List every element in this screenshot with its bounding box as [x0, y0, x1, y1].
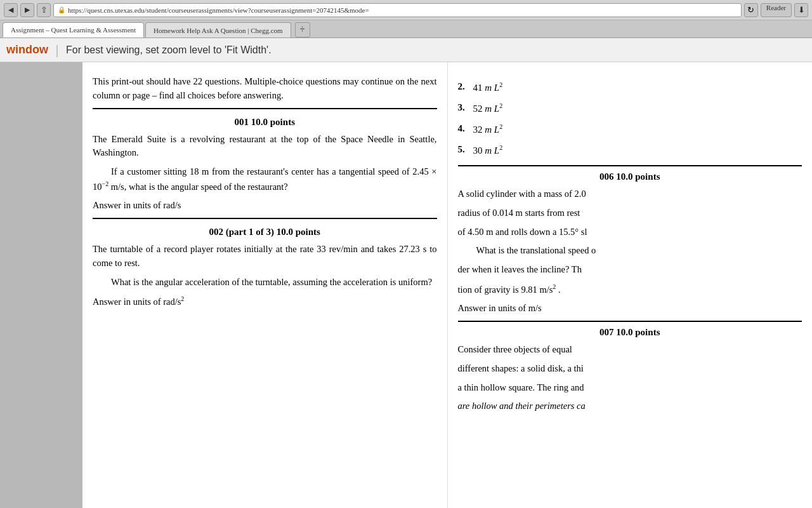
- divider-001: [93, 108, 437, 109]
- q007-line4: are hollow and their perimeters ca: [458, 399, 802, 413]
- nav-bar: ◀ ▶ ⇧ 🔒 https://quest.cns.utexas.edu/stu…: [0, 0, 812, 20]
- q006-body: A solid cylinder with a mass of 2.0 radi…: [458, 187, 802, 316]
- tab-chegg[interactable]: Homework Help Ask A Question | Chegg.com: [145, 22, 291, 37]
- q001-answer: Answer in units of rad/s: [93, 199, 437, 213]
- right-item-2: 2. 41 m L2: [458, 81, 802, 93]
- q006-header: 006 10.0 points: [458, 171, 802, 182]
- browser-chrome: ◀ ▶ ⇧ 🔒 https://quest.cns.utexas.edu/stu…: [0, 0, 812, 38]
- q002-text1: The turntable of a record player rotates…: [93, 243, 437, 271]
- q007-header: 007 10.0 points: [458, 327, 802, 338]
- q006-line1: A solid cylinder with a mass of 2.0: [458, 187, 802, 201]
- q001-header: 001 10.0 points: [93, 117, 437, 128]
- q002-text2: What is the angular acceleration of the …: [93, 276, 437, 290]
- q007-body: Consider three objects of equal differen…: [458, 343, 802, 413]
- item2-text: 41 m L2: [473, 81, 503, 93]
- new-tab-button[interactable]: ÷: [295, 22, 310, 37]
- right-item-4: 4. 32 m L2: [458, 123, 802, 135]
- q001-text1: The Emerald Suite is a revolving restaur…: [93, 133, 437, 161]
- q001-text3: m/s, what is the angular speed of the re…: [108, 182, 288, 192]
- item5-text: 30 m L2: [473, 144, 503, 156]
- q002-answer: Answer in units of rad/s2: [93, 294, 437, 309]
- q006-line4: What is the translational speed o: [458, 244, 802, 258]
- right-items-container: 2. 41 m L2 3. 52 m L2 4. 32 m L2 5. 30 m…: [458, 75, 802, 156]
- toolbar: window | For best viewing, set zoom leve…: [0, 38, 812, 62]
- refresh-button[interactable]: ↻: [744, 3, 758, 17]
- q002-answer-text: Answer in units of rad/s: [93, 297, 181, 307]
- q002-exp: 2: [181, 295, 184, 302]
- intro-text: This print-out should have 22 questions.…: [93, 75, 437, 103]
- back-button[interactable]: ◀: [4, 3, 18, 17]
- q006-line2: radius of 0.014 m starts from rest: [458, 206, 802, 220]
- forward-button[interactable]: ▶: [20, 3, 34, 17]
- q002-body: The turntable of a record player rotates…: [93, 243, 437, 309]
- item4-num: 4.: [458, 123, 469, 134]
- left-column: This print-out should have 22 questions.…: [82, 62, 448, 508]
- right-divider-007: [458, 321, 802, 322]
- tab-assignment[interactable]: Assignment – Quest Learning & Assessment: [3, 22, 144, 37]
- toolbar-divider: |: [56, 43, 58, 57]
- q007-line2: different shapes: a solid disk, a thi: [458, 362, 802, 376]
- sidebar: [0, 62, 82, 508]
- toolbar-message: For best viewing, set zoom level to 'Fit…: [66, 44, 272, 56]
- window-label: window: [6, 43, 48, 57]
- q006-line5: der when it leaves the incline? Th: [458, 263, 802, 277]
- q006-line3: of 4.50 m and rolls down a 15.5° sl: [458, 225, 802, 239]
- q006-text7: .: [556, 284, 560, 295]
- share-button[interactable]: ⇧: [37, 3, 51, 17]
- q006-line6: tion of gravity is 9.81 m/s2 .: [458, 282, 802, 297]
- right-divider-006: [458, 165, 802, 166]
- ssl-icon: 🔒: [58, 6, 65, 13]
- item3-text: 52 m L2: [473, 102, 503, 114]
- downloads-button[interactable]: ⬇: [794, 3, 808, 17]
- tab-chegg-label: Homework Help Ask A Question | Chegg.com: [154, 27, 283, 34]
- q001-exp: −2: [102, 180, 109, 187]
- address-bar[interactable]: 🔒 https://quest.cns.utexas.edu/student/c…: [53, 3, 742, 17]
- q007-line3: a thin hollow square. The ring and: [458, 381, 802, 395]
- right-column: 2. 41 m L2 3. 52 m L2 4. 32 m L2 5. 30 m…: [448, 62, 813, 508]
- right-item-3: 3. 52 m L2: [458, 102, 802, 114]
- url-text: https://quest.cns.utexas.edu/student/cou…: [68, 6, 369, 14]
- intro-paragraph: This print-out should have 22 questions.…: [93, 75, 437, 103]
- right-item-5: 5. 30 m L2: [458, 144, 802, 156]
- reader-button[interactable]: Reader: [761, 3, 792, 17]
- item5-num: 5.: [458, 144, 469, 155]
- tab-assignment-label: Assignment – Quest Learning & Assessment: [11, 26, 136, 34]
- q007-line1: Consider three objects of equal: [458, 343, 802, 357]
- q007-italic: are hollow and their perimeters ca: [458, 401, 586, 411]
- content-area: This print-out should have 22 questions.…: [0, 62, 812, 508]
- divider-002: [93, 218, 437, 219]
- q006-answer: Answer in units of m/s: [458, 302, 802, 316]
- tabs-bar: Assignment – Quest Learning & Assessment…: [0, 20, 812, 38]
- item4-text: 32 m L2: [473, 123, 503, 135]
- q001-text2: If a customer sitting 18 m from the rest…: [93, 165, 437, 194]
- item3-num: 3.: [458, 102, 469, 113]
- q001-body: The Emerald Suite is a revolving restaur…: [93, 133, 437, 213]
- q002-header: 002 (part 1 of 3) 10.0 points: [93, 227, 437, 237]
- item2-num: 2.: [458, 81, 469, 92]
- q006-text6: tion of gravity is 9.81 m/s: [458, 284, 553, 295]
